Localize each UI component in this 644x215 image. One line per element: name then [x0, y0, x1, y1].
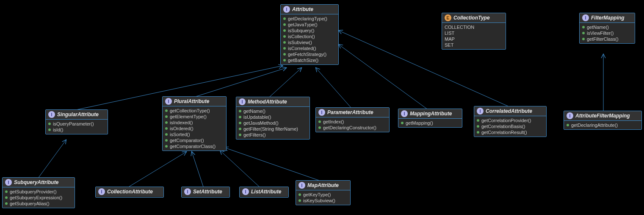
member-list: getMapping() — [398, 119, 462, 127]
class-pluralattribute[interactable]: IPluralAttribute getCollectionType() get… — [162, 96, 227, 151]
class-title: ListAttribute — [251, 189, 281, 195]
class-collectionattribute[interactable]: ICollectionAttribute — [95, 187, 164, 198]
class-title: AttributeFilterMapping — [575, 113, 630, 119]
interface-icon: I — [48, 111, 55, 118]
class-title: SubqueryAttribute — [14, 179, 58, 185]
class-mapattribute[interactable]: IMapAttribute getKeyType() isKeySubview(… — [296, 180, 351, 205]
interface-icon: I — [401, 110, 408, 117]
class-title: ParameterAttribute — [327, 109, 373, 115]
svg-line-1 — [193, 68, 286, 98]
interface-icon: I — [242, 188, 249, 195]
member-list: getIndex() getDeclaringConstructor() — [316, 117, 389, 132]
svg-line-8 — [192, 152, 203, 187]
class-listattribute[interactable]: IListAttribute — [239, 187, 289, 198]
member-list: getCorrelationProvider() getCorrelationB… — [474, 116, 546, 137]
class-title: MapAttribute — [307, 182, 339, 188]
member-list: COLLECTION LIST MAP SET — [442, 23, 506, 49]
svg-line-4 — [339, 45, 428, 109]
uml-canvas: IAttribute getDeclaringType() getJavaTyp… — [0, 0, 644, 215]
class-attributefiltermapping[interactable]: IAttributeFilterMapping getDeclaringAttr… — [564, 111, 642, 130]
class-correlatedattribute[interactable]: ICorrelatedAttribute getCorrelationProvi… — [474, 106, 547, 137]
class-methodattribute[interactable]: IMethodAttribute getName() isUpdatable()… — [236, 97, 310, 140]
enum-icon: E — [445, 14, 451, 21]
interface-icon: I — [98, 188, 105, 195]
interface-icon: I — [5, 179, 12, 186]
class-title: FilterMapping — [591, 15, 625, 21]
member-list: getDeclaringType() getJavaType() isSubqu… — [281, 14, 338, 64]
member-list: getName() isViewFilter() getFilterClass(… — [580, 23, 635, 43]
interface-icon: I — [567, 112, 573, 119]
class-mappingattribute[interactable]: IMappingAttribute getMapping() — [398, 109, 462, 128]
class-title: SetAttribute — [193, 189, 222, 195]
class-subqueryattribute[interactable]: ISubqueryAttribute getSubqueryProvider()… — [2, 177, 75, 208]
class-parameterattribute[interactable]: IParameterAttribute getIndex() getDeclar… — [315, 107, 390, 132]
svg-line-2 — [269, 68, 301, 98]
member-list: getName() isUpdatable() getJavaMethod() … — [236, 107, 310, 139]
class-attribute[interactable]: IAttribute getDeclaringType() getJavaTyp… — [280, 4, 339, 65]
class-title: MethodAttribute — [248, 99, 287, 105]
class-title: Attribute — [292, 6, 313, 12]
class-title: PluralAttribute — [174, 98, 209, 104]
class-title: MappingAttribute — [410, 111, 452, 117]
class-singularattribute[interactable]: ISingularAttribute isQueryParameter() is… — [45, 109, 108, 134]
interface-icon: I — [318, 109, 325, 116]
member-list: getDeclaringAttribute() — [564, 121, 641, 129]
interface-icon: I — [299, 182, 305, 189]
member-list: getSubqueryProvider() getSubqueryExpress… — [3, 187, 75, 208]
class-title: CollectionType — [453, 15, 490, 21]
interface-icon: I — [184, 188, 191, 195]
member-list: isQueryParameter() isId() — [46, 120, 108, 134]
class-setattribute[interactable]: ISetAttribute — [181, 187, 230, 198]
svg-line-7 — [129, 152, 186, 187]
interface-icon: I — [239, 98, 246, 105]
class-filtermapping[interactable]: IFilterMapping getName() isViewFilter() … — [579, 13, 635, 44]
interface-icon: I — [165, 98, 172, 105]
class-title: SingularAttribute — [57, 112, 99, 117]
svg-line-3 — [316, 68, 351, 108]
interface-icon: I — [582, 14, 589, 21]
svg-line-6 — [38, 140, 66, 178]
interface-icon: I — [477, 108, 484, 114]
member-list: getKeyType() isKeySubview() — [296, 190, 350, 205]
interface-icon: I — [283, 6, 290, 13]
member-list: getCollectionType() getElementType() isI… — [163, 106, 226, 151]
class-title: CollectionAttribute — [107, 189, 153, 195]
svg-line-9 — [220, 151, 259, 187]
enum-collectiontype[interactable]: ECollectionType COLLECTION LIST MAP SET — [442, 13, 506, 50]
svg-line-10 — [224, 148, 321, 181]
class-title: CorrelatedAttribute — [486, 108, 532, 114]
